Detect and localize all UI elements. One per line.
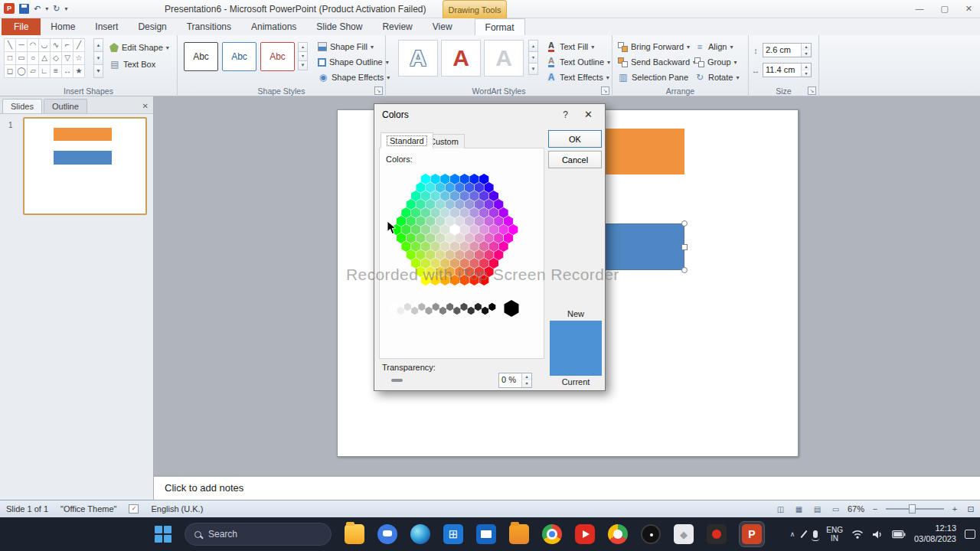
shape-width-input[interactable]: 11.4 cm ▴▾ [763, 63, 812, 77]
color-hex-cell[interactable] [416, 182, 425, 193]
color-hex-cell[interactable] [468, 307, 475, 315]
color-hex-cell[interactable] [421, 241, 430, 252]
shape-gallery-item[interactable]: ○ [27, 51, 39, 65]
tab-home[interactable]: Home [41, 18, 85, 35]
file-explorer-icon[interactable] [345, 524, 364, 544]
color-hex-cell[interactable] [431, 241, 440, 252]
save-icon[interactable] [19, 4, 29, 14]
color-hex-cell[interactable] [440, 207, 449, 218]
color-hex-cell[interactable] [455, 199, 464, 210]
color-hex-cell[interactable] [446, 199, 455, 210]
color-hex-cell[interactable] [440, 174, 449, 184]
start-button[interactable] [155, 526, 172, 543]
shape-outline-button[interactable]: Shape Outline ▾ [315, 54, 392, 70]
color-hex-cell[interactable] [411, 207, 420, 218]
color-hex-cell[interactable] [475, 216, 484, 227]
color-hex-cell[interactable] [479, 241, 488, 252]
selection-handle[interactable] [681, 267, 688, 273]
notification-icon[interactable] [965, 530, 975, 539]
color-hex-cell[interactable] [469, 207, 479, 218]
color-hex-cell[interactable] [465, 233, 474, 243]
powerpoint-icon[interactable]: P [742, 524, 762, 544]
wifi-icon[interactable] [851, 529, 864, 540]
width-decrease-button[interactable]: ▾ [802, 70, 811, 77]
ok-button[interactable]: OK [548, 130, 602, 148]
color-hex-cell[interactable] [407, 249, 416, 260]
battery-icon[interactable] [892, 530, 906, 539]
color-hex-cell[interactable] [494, 216, 503, 227]
color-hex-cell[interactable] [431, 207, 440, 218]
maximize-button[interactable]: ▢ [940, 4, 948, 14]
text-box-button[interactable]: ▤ Text Box [107, 57, 158, 72]
slideshow-view-button[interactable]: ▭ [829, 503, 842, 515]
color-hex-cell[interactable] [450, 207, 459, 218]
selection-pane-button[interactable]: ▥ Selection Pane [616, 70, 698, 85]
box-app-icon[interactable]: ◆ [674, 524, 694, 544]
transparency-increase-button[interactable]: ▴ [522, 373, 531, 380]
wordart-preset-1[interactable]: A [398, 40, 438, 77]
reading-view-button[interactable]: ▤ [811, 503, 824, 515]
tab-standard[interactable]: Standard [381, 132, 433, 148]
zoom-thumb[interactable] [909, 504, 916, 514]
slides-panel-close-icon[interactable]: ✕ [142, 102, 149, 110]
color-hex-cell[interactable] [436, 233, 445, 243]
text-outline-button[interactable]: Text Outline ▾ [544, 54, 612, 70]
folder-icon[interactable] [509, 524, 529, 544]
shape-fill-button[interactable]: Shape Fill ▾ [315, 39, 392, 54]
edit-shape-button[interactable]: Edit Shape ▾ [107, 40, 172, 55]
tab-review[interactable]: Review [372, 18, 422, 35]
tab-insert[interactable]: Insert [85, 18, 128, 35]
color-hex-cell[interactable] [504, 216, 513, 227]
wordart-preset-3[interactable]: A [484, 40, 524, 77]
undo-icon[interactable]: ↶ [34, 3, 41, 14]
gallery-down-button[interactable]: ▾ [528, 51, 538, 64]
color-hex-cell[interactable] [460, 174, 469, 184]
tray-chevron-icon[interactable]: ∧ [790, 530, 795, 538]
color-hex-cell[interactable] [461, 303, 468, 311]
shape-gallery[interactable]: ╲─◠◡∿⌐╱□▭○△◇▽☆◻◯▱∟≡↔★ [5, 38, 91, 77]
edge-browser-icon[interactable] [410, 524, 430, 544]
color-hex-cell[interactable] [426, 307, 433, 315]
shape-gallery-item[interactable]: ⌐ [61, 38, 74, 52]
color-hex-cell[interactable] [460, 207, 469, 218]
color-hex-cell[interactable] [455, 233, 464, 243]
dialog-close-button[interactable]: ✕ [584, 109, 593, 120]
help-button[interactable]: ? [563, 109, 568, 120]
tab-slides[interactable]: Slides [2, 99, 42, 113]
color-hex-cell[interactable] [446, 233, 455, 243]
color-hex-cell[interactable] [489, 241, 498, 252]
color-hex-cell[interactable] [433, 303, 439, 311]
color-hex-cell[interactable] [479, 207, 488, 218]
color-hex-cell[interactable] [440, 191, 449, 201]
color-hex-cell[interactable] [421, 174, 430, 184]
keyboard-language[interactable]: ENG IN [826, 526, 843, 543]
shape-style-preset-3[interactable]: Abc [260, 42, 295, 71]
color-hex-cell[interactable] [482, 307, 488, 315]
shape-gallery-item[interactable]: ▽ [61, 51, 74, 65]
shape-effects-button[interactable]: ◉ Shape Effects ▾ [315, 70, 392, 85]
color-hex-cell[interactable] [475, 303, 482, 311]
shape-gallery-item[interactable]: ≡ [50, 64, 62, 78]
color-hex-cell[interactable] [494, 233, 503, 243]
size-dialog-launcher-icon[interactable]: ↘ [808, 86, 816, 95]
notes-pane[interactable]: Click to add notes [154, 474, 980, 500]
color-hex-cell[interactable] [488, 303, 495, 311]
color-hex-cell[interactable] [489, 207, 498, 218]
language-indicator[interactable]: English (U.K.) [151, 504, 203, 514]
browser-icon[interactable] [608, 524, 628, 544]
tab-slideshow[interactable]: Slide Show [306, 18, 372, 35]
width-increase-button[interactable]: ▴ [802, 64, 811, 70]
shape-style-preset-2[interactable]: Abc [222, 42, 256, 71]
transparency-input[interactable]: 0 % ▴▾ [498, 373, 532, 388]
color-hex-cell[interactable] [407, 216, 416, 227]
shape-height-input[interactable]: 2.6 cm ▴▾ [763, 43, 812, 57]
youtube-icon[interactable] [575, 524, 595, 544]
color-hex-cell[interactable] [421, 207, 430, 218]
color-hex-cell[interactable] [440, 241, 449, 252]
send-backward-button[interactable]: Send Backward ▾ [616, 54, 698, 70]
color-hex-cell[interactable] [401, 207, 410, 218]
shape-gallery-item[interactable]: △ [38, 51, 51, 65]
color-hex-cell[interactable] [397, 307, 404, 315]
gallery-up-button[interactable]: ▴ [93, 38, 103, 52]
shape-gallery-item[interactable]: ∿ [50, 38, 62, 52]
